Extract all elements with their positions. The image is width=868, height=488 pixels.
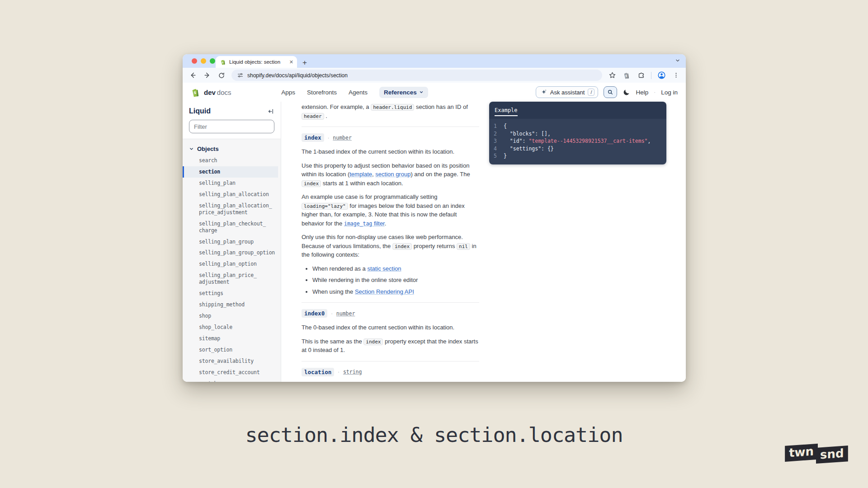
logo-part-twn: twn	[785, 444, 818, 462]
code-line: 5}	[494, 152, 662, 160]
line-number: 3	[494, 137, 498, 145]
bookmark-star-icon[interactable]	[608, 71, 617, 80]
sidebar-item-sort-option[interactable]: sort_option	[183, 344, 278, 356]
reload-icon[interactable]	[217, 71, 226, 80]
property-name: index0	[302, 309, 327, 318]
close-window-button[interactable]	[192, 58, 197, 64]
sidebar-item-selling-plan[interactable]: selling_plan	[183, 178, 278, 189]
json-code: "blocks": [],	[504, 131, 551, 137]
dot-separator: ·	[331, 311, 333, 316]
nav-storefronts[interactable]: Storefronts	[307, 89, 337, 96]
sidebar-item-store-availability[interactable]: store_availability	[183, 356, 278, 367]
minimize-window-button[interactable]	[201, 58, 206, 64]
code-text: {	[504, 122, 507, 130]
sidebar-item-selling-plan-checkout-charge[interactable]: selling_plan_checkout_ charge	[183, 218, 278, 236]
sidebar-item-selling-plan-group[interactable]: selling_plan_group	[183, 236, 278, 248]
doc-paragraph: extension. For example, a header.liquid …	[302, 103, 479, 120]
property-type-link[interactable]: string	[343, 369, 362, 375]
property-name: location	[302, 368, 334, 376]
sidebar-title: Liquid	[189, 107, 211, 115]
property-type-link[interactable]: number	[333, 135, 352, 141]
text: section has an ID of	[414, 103, 468, 110]
doc-paragraph: An example use case is for programmatica…	[302, 192, 479, 228]
sidebar: Liquid Objects searchsectionselling_plan…	[183, 102, 281, 382]
text: When using the	[312, 288, 355, 295]
shopify-devdocs-logo[interactable]: S devdocs	[191, 88, 231, 97]
doc-link[interactable]: image_tag	[344, 221, 372, 227]
sidebar-item-search[interactable]: search	[183, 155, 278, 166]
doc-bullet-list: When rendered as a static sectionWhile r…	[312, 264, 479, 296]
sidebar-item-selling-plan-allocation-price-adjustment[interactable]: selling_plan_allocation_ price_adjustmen…	[183, 200, 278, 218]
sidebar-item-swatch[interactable]: swatch	[183, 378, 278, 382]
window-controls[interactable]	[192, 58, 215, 64]
line-number: 2	[494, 130, 498, 138]
dark-mode-moon-icon[interactable]	[623, 89, 630, 96]
sidebar-item-selling-plan-price-adjustment[interactable]: selling_plan_price_ adjustment	[183, 270, 278, 288]
code-line: 3 "id": "template--14453298921537__cart-…	[494, 137, 662, 145]
extensions-puzzle-icon[interactable]	[637, 71, 646, 80]
sidebar-item-shop[interactable]: shop	[183, 310, 278, 322]
site-controls-icon[interactable]	[237, 72, 244, 79]
toolbar-separator	[651, 72, 651, 79]
inline-code: index	[392, 243, 412, 250]
doc-link[interactable]: section group	[375, 171, 410, 178]
browser-window: S Liquid objects: section ✕ + shopify.de…	[183, 54, 686, 382]
inline-code: index	[302, 180, 321, 187]
shopify-extension-icon[interactable]: S	[622, 71, 631, 80]
text: This is the same as the	[302, 338, 363, 345]
sidebar-item-sitemap[interactable]: sitemap	[183, 333, 278, 344]
property-heading: index0·number	[302, 309, 479, 318]
property-type-link[interactable]: number	[336, 310, 355, 317]
sidebar-item-store-credit-account[interactable]: store_credit_account	[183, 367, 278, 378]
site-body: Liquid Objects searchsectionselling_plan…	[183, 102, 686, 382]
nav-agents[interactable]: Agents	[349, 89, 368, 96]
new-tab-button[interactable]: +	[302, 59, 307, 66]
browser-menu-kebab-icon[interactable]	[671, 71, 680, 80]
profile-avatar-icon[interactable]	[657, 71, 666, 80]
search-button[interactable]	[604, 86, 617, 98]
doc-bullet-item: When rendered as a static section	[312, 264, 479, 273]
tab-search-chevron-icon[interactable]	[675, 58, 680, 63]
sidebar-item-shipping-method[interactable]: shipping_method	[183, 299, 278, 310]
nav-apps[interactable]: Apps	[281, 89, 295, 96]
svg-text:S: S	[222, 61, 224, 63]
text: .	[324, 113, 327, 119]
collapse-sidebar-icon[interactable]	[268, 108, 274, 115]
chevron-down-icon	[189, 146, 194, 151]
header-actions: Ask assistant / Help · Log in	[536, 86, 678, 98]
ask-assistant-button[interactable]: Ask assistant /	[536, 86, 599, 98]
sidebar-item-selling-plan-group-option[interactable]: selling_plan_group_option	[183, 247, 278, 258]
example-panel: Example 1{2 "blocks": [],3 "id": "templa…	[489, 102, 666, 164]
objects-tree: Objects searchsectionselling_planselling…	[183, 139, 281, 382]
doc-link[interactable]: template	[349, 171, 372, 178]
sidebar-item-settings[interactable]: settings	[183, 288, 278, 299]
address-bar[interactable]: shopify.dev/docs/api/liquid/objects/sect…	[231, 70, 602, 81]
dot-separator: ·	[328, 135, 330, 141]
doc-link[interactable]: filter	[372, 220, 384, 227]
doc-paragraph: The 0-based index of the current section…	[302, 323, 479, 332]
doc-content: extension. For example, a header.liquid …	[281, 102, 479, 382]
nav-references[interactable]: References	[379, 87, 428, 98]
sidebar-item-section[interactable]: section	[183, 166, 278, 178]
forward-icon[interactable]	[203, 71, 212, 80]
maximize-window-button[interactable]	[210, 58, 215, 64]
example-tab[interactable]: Example	[495, 107, 518, 116]
doc-link[interactable]: static section	[367, 265, 401, 272]
text: An example use case is for programmatica…	[302, 193, 438, 200]
sidebar-item-shop-locale[interactable]: shop_locale	[183, 322, 278, 333]
browser-tab[interactable]: S Liquid objects: section ✕	[216, 56, 297, 68]
text: property returns	[412, 243, 457, 249]
login-link[interactable]: Log in	[661, 89, 678, 96]
text: When rendered as a	[312, 265, 367, 272]
tab-close-icon[interactable]: ✕	[289, 59, 293, 65]
text: .	[385, 220, 387, 227]
sidebar-item-selling-plan-allocation[interactable]: selling_plan_allocation	[183, 189, 278, 200]
filter-input[interactable]	[189, 120, 274, 133]
brand-dev: dev	[204, 89, 216, 96]
back-icon[interactable]	[188, 71, 197, 80]
objects-group-toggle[interactable]: Objects	[183, 144, 278, 155]
doc-paragraph: This is the same as the index property e…	[302, 337, 479, 355]
doc-link[interactable]: Section Rendering API	[355, 288, 414, 295]
sidebar-item-selling-plan-option[interactable]: selling_plan_option	[183, 258, 278, 270]
help-link[interactable]: Help	[636, 89, 648, 96]
